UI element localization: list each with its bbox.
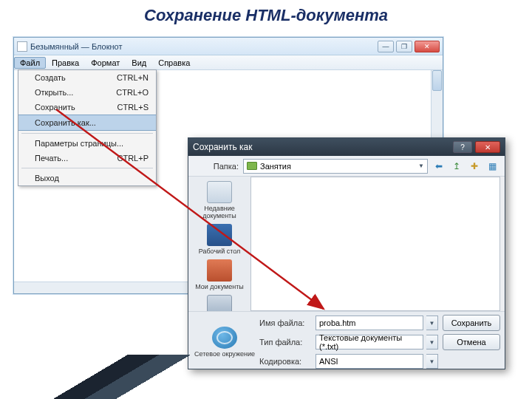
menu-item-label: Создать xyxy=(35,73,66,82)
menu-item-shortcut: CTRL+P xyxy=(117,154,149,163)
menu-item-new[interactable]: Создать CTRL+N xyxy=(18,70,156,85)
maximize-button[interactable]: ❐ xyxy=(396,41,412,52)
menu-item-shortcut: CTRL+S xyxy=(117,103,149,112)
network-icon xyxy=(212,327,237,349)
menu-format[interactable]: Формат xyxy=(85,57,126,69)
place-label: Рабочий стол xyxy=(193,248,246,255)
save-as-titlebar[interactable]: Сохранить как ? ✕ xyxy=(188,138,505,156)
filetype-label: Тип файла: xyxy=(259,338,313,347)
menu-item-save[interactable]: Сохранить CTRL+S xyxy=(18,100,156,115)
encoding-combobox[interactable]: ANSI xyxy=(316,354,423,369)
encoding-dropdown[interactable]: ▼ xyxy=(426,354,438,369)
menu-help[interactable]: Справка xyxy=(152,57,196,69)
menu-item-label: Печать... xyxy=(35,154,68,163)
new-folder-icon[interactable]: ✚ xyxy=(468,160,481,173)
filename-input[interactable]: proba.htm xyxy=(316,316,423,330)
menu-item-label: Параметры страницы... xyxy=(35,139,123,148)
folder-combobox[interactable]: Занятия ▼ xyxy=(243,159,428,174)
place-label: Недавние документы xyxy=(193,205,246,219)
place-desktop[interactable]: Рабочий стол xyxy=(193,224,246,255)
cancel-button[interactable]: Отмена xyxy=(443,334,500,350)
menu-item-shortcut: CTRL+N xyxy=(117,73,149,82)
folder-label: Папка: xyxy=(194,162,239,171)
menu-separator xyxy=(21,168,153,168)
minimize-button[interactable]: — xyxy=(378,41,394,52)
menu-item-label: Открыть... xyxy=(35,88,73,97)
place-recent[interactable]: Недавние документы xyxy=(193,181,246,219)
place-network[interactable]: Сетевое окружение xyxy=(193,327,256,358)
filename-label: Имя файла: xyxy=(259,318,313,327)
notepad-titlebar[interactable]: Безымянный — Блокнот — ❐ ✕ xyxy=(14,38,443,55)
filename-dropdown[interactable]: ▼ xyxy=(426,316,438,330)
menu-file[interactable]: Файл xyxy=(14,57,46,69)
up-icon[interactable]: ↥ xyxy=(450,160,463,173)
notepad-title-text: Безымянный — Блокнот xyxy=(30,42,122,51)
folder-value: Занятия xyxy=(260,162,291,171)
save-as-dialog: Сохранить как ? ✕ Папка: Занятия ▼ ⬅ ↥ ✚… xyxy=(188,137,505,369)
save-as-title-text: Сохранить как xyxy=(193,142,252,152)
recent-icon xyxy=(207,181,232,203)
menu-item-open[interactable]: Открыть... CTRL+O xyxy=(18,85,156,100)
file-listing[interactable] xyxy=(250,177,500,311)
menu-item-label: Выход xyxy=(35,174,59,183)
notepad-app-icon xyxy=(17,41,27,52)
menu-item-label: Сохранить xyxy=(35,103,75,112)
places-bar: Недавние документы Рабочий стол Мои доку… xyxy=(188,177,250,311)
slide-title: Сохранение HTML-документа xyxy=(0,6,532,25)
menu-item-exit[interactable]: Выход xyxy=(18,171,156,185)
slide-decoration xyxy=(0,355,325,399)
save-as-toolbar: Папка: Занятия ▼ ⬅ ↥ ✚ ▦ xyxy=(188,156,505,177)
menu-edit[interactable]: Правка xyxy=(46,57,85,69)
menu-separator xyxy=(21,133,153,134)
mydocs-icon xyxy=(207,259,232,282)
place-label: Мои документы xyxy=(193,283,246,290)
close-button[interactable]: ✕ xyxy=(475,141,500,153)
back-icon[interactable]: ⬅ xyxy=(432,160,446,173)
file-menu-dropdown[interactable]: Создать CTRL+N Открыть... CTRL+O Сохрани… xyxy=(18,69,157,186)
folder-icon xyxy=(247,162,257,170)
save-button[interactable]: Сохранить xyxy=(443,315,500,331)
filetype-combobox[interactable]: Текстовые документы (*.txt) xyxy=(316,335,423,349)
help-button[interactable]: ? xyxy=(453,141,472,153)
views-icon[interactable]: ▦ xyxy=(485,160,499,173)
menu-item-shortcut: CTRL+O xyxy=(116,88,149,97)
close-button[interactable]: ✕ xyxy=(415,41,440,52)
menu-item-page-setup[interactable]: Параметры страницы... xyxy=(18,136,156,151)
notepad-menubar[interactable]: Файл Правка Формат Вид Справка xyxy=(14,55,443,70)
menu-item-print[interactable]: Печать... CTRL+P xyxy=(18,151,156,166)
chevron-down-icon: ▼ xyxy=(418,163,424,169)
desktop-icon xyxy=(207,224,232,246)
place-mydocs[interactable]: Мои документы xyxy=(193,259,246,290)
menu-item-save-as[interactable]: Сохранить как... xyxy=(18,115,156,131)
filetype-dropdown[interactable]: ▼ xyxy=(426,335,438,349)
menu-item-label: Сохранить как... xyxy=(35,118,96,127)
menu-view[interactable]: Вид xyxy=(126,57,152,69)
